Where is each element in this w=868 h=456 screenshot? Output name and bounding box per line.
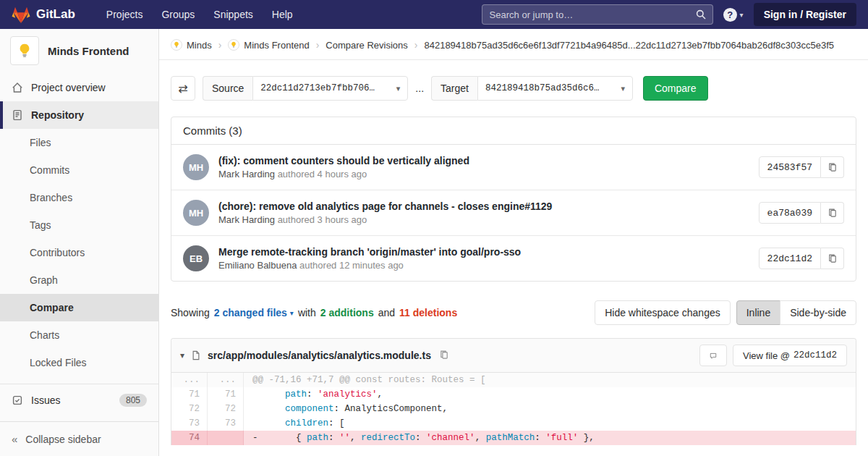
hide-whitespace-button[interactable]: Hide whitespace changes bbox=[595, 300, 731, 325]
project-avatar[interactable] bbox=[10, 36, 39, 65]
breadcrumb-item-1[interactable]: Minds bbox=[171, 39, 212, 51]
breadcrumb-separator: › bbox=[218, 39, 222, 51]
diff-view-actions: Hide whitespace changes Inline Side-by-s… bbox=[595, 300, 856, 325]
sidebar-item-branches[interactable]: Branches bbox=[0, 184, 158, 211]
sidebar-item-label: Tags bbox=[30, 219, 51, 231]
sidebar-item-label: Commits bbox=[30, 164, 69, 176]
file-path-link[interactable]: src/app/modules/analytics/analytics.modu… bbox=[208, 350, 431, 361]
breadcrumb-item-2[interactable]: Minds Frontend bbox=[228, 39, 309, 51]
doc-icon bbox=[12, 109, 23, 121]
view-file-label: View file @ bbox=[743, 350, 790, 361]
gitlab-logo[interactable]: GitLab bbox=[12, 6, 75, 24]
inline-view-button[interactable]: Inline bbox=[736, 300, 780, 325]
sidebar-item-compare[interactable]: Compare bbox=[0, 294, 158, 321]
commit-meta: Mark Harding authored 4 hours ago bbox=[218, 169, 759, 180]
copy-path-button[interactable] bbox=[438, 348, 451, 363]
sidebar-item-issues[interactable]: Issues805 bbox=[0, 384, 158, 415]
commit-author-link[interactable]: Emiliano Balbuena bbox=[218, 260, 297, 271]
sidebar-item-locked-files[interactable]: Locked Files bbox=[0, 349, 158, 376]
collapse-diff-caret[interactable]: ▾ bbox=[180, 350, 184, 360]
commit-row: MH(chore): remove old analytics page for… bbox=[171, 190, 856, 236]
sidebar-item-label: Charts bbox=[30, 329, 59, 341]
commit-author-link[interactable]: Mark Harding bbox=[218, 169, 275, 180]
commit-meta: Emiliano Balbuena authored 12 minutes ag… bbox=[218, 260, 759, 271]
copy-sha-button[interactable] bbox=[821, 248, 844, 269]
commit-author-link[interactable]: Mark Harding bbox=[218, 214, 275, 225]
commit-author-avatar: MH bbox=[183, 154, 209, 180]
nav-item-help[interactable]: Help bbox=[263, 0, 302, 29]
sidebar-nav: Project overviewRepositoryFilesCommitsBr… bbox=[0, 74, 158, 415]
swap-revisions-button[interactable]: ⇄ bbox=[171, 76, 195, 101]
commit-sha-link[interactable]: 22dc11d2 bbox=[759, 248, 821, 269]
global-search[interactable] bbox=[482, 4, 713, 25]
collapse-label: Collapse sidebar bbox=[25, 434, 101, 445]
diff-view-toggle: Inline Side-by-side bbox=[736, 300, 856, 325]
sidebar: Minds Frontend Project overviewRepositor… bbox=[0, 29, 159, 456]
breadcrumb-item-4: 842189418b75ad35d6c6e6f13df7721b4a96485d… bbox=[424, 40, 834, 51]
nav-item-projects[interactable]: Projects bbox=[97, 0, 153, 29]
breadcrumb-label: Minds bbox=[187, 40, 212, 51]
target-label: Target bbox=[431, 76, 477, 101]
nav-item-snippets[interactable]: Snippets bbox=[204, 0, 262, 29]
commits-panel: Commits (3) MH(fix): comment counters sh… bbox=[171, 117, 856, 282]
copy-sha-button[interactable] bbox=[821, 156, 844, 178]
commit-sha-group: 22dc11d2 bbox=[759, 248, 844, 269]
breadcrumb-avatar-icon bbox=[228, 39, 239, 51]
changed-files-dropdown[interactable]: 2 changed files ▾ bbox=[214, 307, 294, 318]
sidebar-item-graph[interactable]: Graph bbox=[0, 266, 158, 294]
sidebar-item-commits[interactable]: Commits bbox=[0, 156, 158, 184]
new-line-number: ... bbox=[208, 373, 244, 387]
sidebar-item-files[interactable]: Files bbox=[0, 129, 158, 156]
project-head: Minds Frontend bbox=[0, 29, 158, 74]
project-title[interactable]: Minds Frontend bbox=[48, 45, 129, 57]
chevron-down-icon: ▾ bbox=[621, 84, 625, 93]
old-line-number[interactable]: 73 bbox=[171, 416, 208, 431]
target-branch-dropdown[interactable]: 842189418b75ad35d6c6… ▾ bbox=[477, 76, 633, 101]
commit-title-link[interactable]: (chore): remove old analytics page for c… bbox=[218, 200, 759, 212]
old-line-number[interactable]: 74 bbox=[171, 431, 208, 445]
new-line-number[interactable] bbox=[208, 431, 244, 445]
help-menu[interactable]: ? ▾ bbox=[723, 8, 744, 22]
commit-sha-link[interactable]: ea78a039 bbox=[759, 202, 821, 224]
old-line-number[interactable]: 71 bbox=[171, 387, 208, 402]
commit-author-avatar: MH bbox=[183, 200, 209, 226]
commit-sha-link[interactable]: 24583f57 bbox=[759, 156, 821, 178]
target-group: Target 842189418b75ad35d6c6… ▾ bbox=[431, 76, 633, 101]
compare-button[interactable]: Compare bbox=[643, 76, 708, 101]
chevron-down-icon: ▾ bbox=[740, 11, 744, 19]
diff-line-match: ......@@ -71,16 +71,7 @@ const routes: R… bbox=[171, 373, 856, 387]
old-line-number[interactable]: 72 bbox=[171, 402, 208, 416]
new-line-number[interactable]: 71 bbox=[208, 387, 244, 402]
commit-info: (fix): comment counters should be vertic… bbox=[218, 155, 759, 180]
view-file-button[interactable]: View file @ 22dc11d2 bbox=[733, 345, 847, 366]
commit-row: MH(fix): comment counters should be vert… bbox=[171, 145, 856, 190]
sidebar-item-label: Branches bbox=[30, 192, 72, 203]
sidebar-item-charts[interactable]: Charts bbox=[0, 321, 158, 349]
commit-info: Merge remote-tracking branch 'origin/mas… bbox=[218, 246, 759, 271]
commit-title-link[interactable]: (fix): comment counters should be vertic… bbox=[218, 155, 759, 166]
sidebar-item-project-overview[interactable]: Project overview bbox=[0, 74, 158, 101]
sidebar-item-label: Repository bbox=[31, 109, 84, 121]
sign-in-button[interactable]: Sign in / Register bbox=[754, 3, 856, 26]
sidebar-item-contributors[interactable]: Contributors bbox=[0, 239, 158, 266]
collapse-icon: « bbox=[12, 433, 17, 445]
diff-file-panel: ▾ src/app/modules/analytics/analytics.mo… bbox=[171, 338, 856, 445]
side-by-side-view-button[interactable]: Side-by-side bbox=[780, 300, 856, 325]
additions-count: 2 additions bbox=[320, 307, 374, 318]
new-line-number[interactable]: 72 bbox=[208, 402, 244, 416]
sidebar-item-tags[interactable]: Tags bbox=[0, 211, 158, 239]
new-line-number[interactable]: 73 bbox=[208, 416, 244, 431]
collapse-sidebar-button[interactable]: « Collapse sidebar bbox=[0, 421, 158, 456]
toggle-comments-button[interactable] bbox=[699, 345, 727, 366]
search-input[interactable] bbox=[482, 9, 712, 20]
nav-item-groups[interactable]: Groups bbox=[152, 0, 204, 29]
commit-title-link[interactable]: Merge remote-tracking branch 'origin/mas… bbox=[218, 246, 759, 258]
gitlab-tanuki-icon bbox=[12, 6, 30, 24]
sidebar-item-label: Locked Files bbox=[30, 357, 87, 368]
breadcrumb-item-3[interactable]: Compare Revisions bbox=[326, 40, 407, 51]
commit-list: MH(fix): comment counters should be vert… bbox=[171, 145, 856, 281]
sidebar-item-repository[interactable]: Repository bbox=[0, 101, 158, 129]
source-branch-dropdown[interactable]: 22dc11d2713eb7fbb706… ▾ bbox=[252, 76, 408, 101]
source-group: Source 22dc11d2713eb7fbb706… ▾ bbox=[203, 76, 408, 101]
copy-sha-button[interactable] bbox=[821, 202, 844, 224]
